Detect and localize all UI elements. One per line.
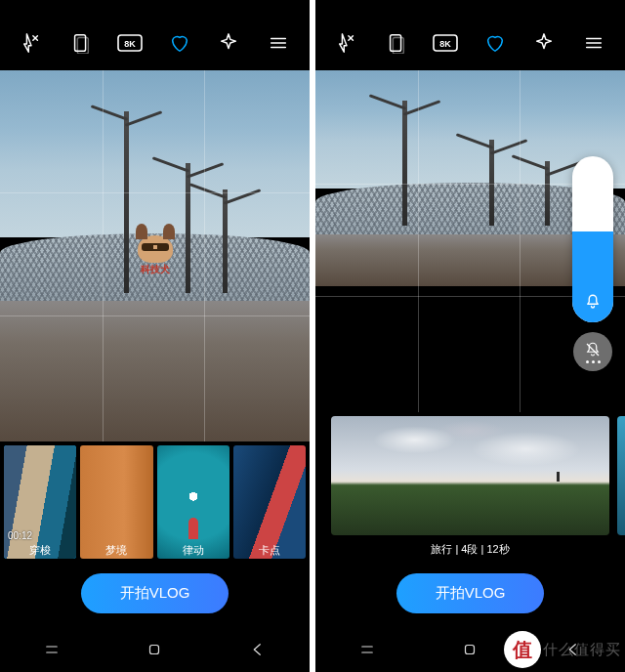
nav-home[interactable]: [133, 641, 176, 658]
heart-icon[interactable]: [481, 29, 509, 57]
mute-button[interactable]: [573, 332, 612, 371]
svg-text:8K: 8K: [124, 39, 136, 49]
nav-home[interactable]: [448, 641, 491, 658]
volume-panel: [572, 156, 613, 371]
more-dots-icon: [586, 360, 601, 363]
sparkle-icon[interactable]: [215, 29, 242, 57]
mascot-watermark: 科技犬: [138, 235, 173, 276]
nav-recents[interactable]: [30, 641, 73, 658]
svg-text:8K: 8K: [439, 39, 451, 49]
sparkle-icon[interactable]: [530, 29, 558, 57]
nav-back[interactable]: [236, 641, 279, 658]
viewfinder[interactable]: 科技犬: [0, 70, 310, 441]
thumb-label: 律动: [157, 543, 229, 558]
thumb-label: 梦境: [80, 543, 152, 558]
template-thumb[interactable]: 卡点: [233, 445, 306, 559]
site-watermark: 值 什么值得买: [504, 631, 621, 668]
mascot-text: 科技犬: [138, 263, 173, 276]
phone-right: 8K 旅行 | 4段 | 12秒 开拍VLOG: [315, 0, 625, 672]
template-thumbnails: 00:12 穿梭 梦境 律动 卡点: [0, 441, 310, 559]
heart-icon[interactable]: [166, 29, 193, 57]
cta-row: 开拍VLOG: [0, 559, 310, 627]
flash-off-icon[interactable]: [333, 29, 360, 57]
camera-top-bar: 8K: [0, 16, 310, 70]
thumb-label: 穿梭: [4, 543, 76, 558]
camera-top-bar: 8K: [315, 16, 625, 70]
template-thumb[interactable]: 律动: [157, 445, 229, 559]
aspect-icon[interactable]: [67, 29, 95, 57]
phone-left: 8K 科技犬 00:12 穿梭 梦境 律动: [0, 0, 310, 672]
menu-icon[interactable]: [265, 29, 292, 57]
8k-icon[interactable]: 8K: [432, 29, 459, 57]
svg-rect-4: [150, 646, 159, 654]
next-template-peek[interactable]: [617, 416, 625, 535]
start-vlog-button[interactable]: 开拍VLOG: [81, 573, 229, 613]
template-thumb[interactable]: 00:12 穿梭: [4, 445, 76, 559]
template-info: 旅行 | 4段 | 12秒: [315, 542, 625, 557]
8k-icon[interactable]: 8K: [116, 29, 144, 57]
template-preview[interactable]: [331, 416, 609, 535]
system-nav-bar: [0, 627, 310, 672]
template-preview-row: 旅行 | 4段 | 12秒: [315, 412, 625, 559]
thumb-label: 卡点: [233, 543, 306, 558]
volume-slider[interactable]: [572, 156, 613, 322]
nav-recents[interactable]: [346, 641, 389, 658]
status-bar: [315, 0, 625, 16]
start-vlog-button[interactable]: 开拍VLOG: [396, 573, 545, 613]
watermark-char: 值: [504, 631, 541, 668]
aspect-icon[interactable]: [383, 29, 410, 57]
status-bar: [0, 0, 310, 16]
menu-icon[interactable]: [580, 29, 607, 57]
bell-off-icon: [584, 341, 602, 358]
bell-icon: [584, 293, 602, 311]
thumb-duration: 00:12: [8, 530, 32, 541]
volume-fill: [572, 231, 613, 323]
flash-off-icon[interactable]: [18, 29, 45, 57]
svg-rect-9: [466, 646, 475, 654]
template-thumb[interactable]: 梦境: [80, 445, 152, 559]
cta-row: 开拍VLOG: [315, 559, 625, 627]
watermark-text: 什么值得买: [543, 641, 621, 659]
